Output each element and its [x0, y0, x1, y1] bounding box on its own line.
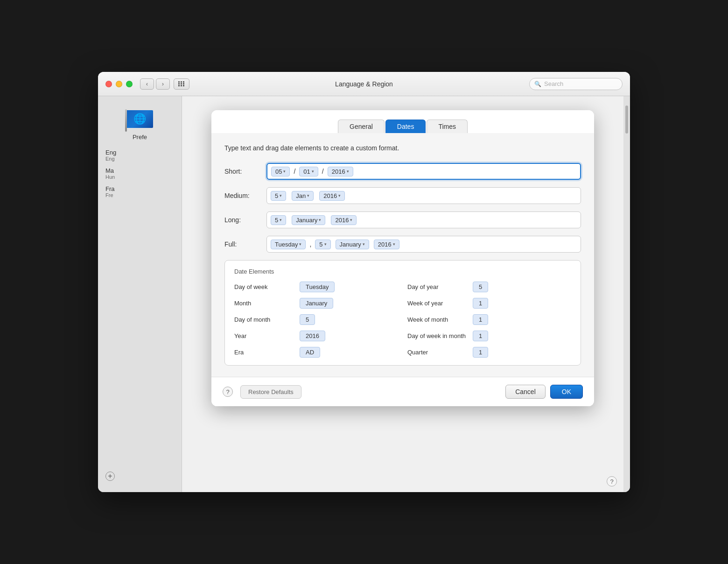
short-format-row: Short: 05 ▾ / 01 ▾ /: [224, 163, 581, 180]
chevron-down-icon: ▾: [307, 193, 309, 198]
ok-button[interactable]: OK: [550, 385, 583, 399]
long-format-field[interactable]: 5 ▾ January ▾ 2016 ▾: [266, 212, 581, 228]
sidebar-item-ma-title: Ma: [105, 167, 174, 174]
separator-2: /: [320, 168, 326, 175]
element-day-of-week-label: Day of week: [234, 283, 295, 290]
bottom-help-button[interactable]: ?: [607, 476, 617, 486]
medium-year-token[interactable]: 2016 ▾: [319, 191, 345, 201]
search-bar[interactable]: 🔍 Search: [529, 78, 623, 90]
minimize-button[interactable]: [116, 81, 122, 87]
short-month-token[interactable]: 01 ▾: [299, 167, 318, 176]
scrollbar[interactable]: [623, 96, 630, 492]
short-day-token[interactable]: 05 ▾: [271, 167, 290, 176]
full-format-row: Full: Tuesday ▾ , 5 ▾: [224, 236, 581, 253]
element-quarter: Quarter 1: [407, 347, 571, 358]
forward-button[interactable]: ›: [156, 78, 170, 90]
tab-general[interactable]: General: [338, 120, 385, 133]
short-label: Short:: [224, 168, 266, 175]
cancel-button[interactable]: Cancel: [505, 385, 546, 399]
sidebar-item-ma[interactable]: Ma Hun: [98, 164, 182, 183]
chevron-down-icon: ▾: [280, 218, 282, 222]
element-year: Year 2016: [234, 331, 398, 341]
restore-defaults-button[interactable]: Restore Defaults: [240, 385, 301, 399]
scrollbar-thumb[interactable]: [625, 106, 628, 134]
chevron-down-icon: ▾: [324, 242, 327, 247]
short-year-token[interactable]: 2016 ▾: [328, 167, 353, 176]
plus-icon: +: [105, 472, 115, 481]
tab-dates[interactable]: Dates: [385, 120, 426, 133]
tab-bar: General Dates Times: [211, 110, 594, 133]
help-button[interactable]: ?: [223, 387, 233, 397]
tab-times[interactable]: Times: [427, 120, 468, 133]
modal-footer: ? Restore Defaults Cancel OK: [211, 377, 594, 406]
chevron-down-icon: ▾: [338, 193, 341, 198]
medium-format-field[interactable]: 5 ▾ Jan ▾ 2016 ▾: [266, 187, 581, 204]
elements-grid: Day of week Tuesday Month January Day of…: [234, 282, 571, 358]
element-era-value[interactable]: AD: [300, 347, 320, 358]
mac-window: ‹ › Language & Region 🔍 Search 🌐: [98, 72, 630, 492]
element-day-of-week-value[interactable]: Tuesday: [300, 282, 335, 292]
element-month-value[interactable]: January: [300, 298, 333, 309]
element-week-of-month-label: Week of month: [407, 316, 468, 323]
instruction-text: Type text and drag date elements to crea…: [224, 144, 581, 152]
modal-body: Type text and drag date elements to crea…: [211, 133, 594, 377]
maximize-button[interactable]: [126, 81, 133, 87]
full-format-field[interactable]: Tuesday ▾ , 5 ▾ January ▾: [266, 236, 581, 253]
element-era-label: Era: [234, 349, 295, 356]
long-day-token[interactable]: 5 ▾: [271, 215, 286, 225]
element-day-of-week-in-month: Day of week in month 1: [407, 331, 571, 341]
sidebar-item-eng[interactable]: Eng Eng: [98, 146, 182, 164]
title-bar: ‹ › Language & Region 🔍 Search: [98, 72, 630, 96]
pref-label: Prefe: [133, 134, 147, 141]
chevron-down-icon: ▾: [299, 242, 301, 247]
element-week-of-month-value[interactable]: 1: [473, 314, 488, 325]
short-format-field[interactable]: 05 ▾ / 01 ▾ / 2016 ▾: [266, 163, 581, 180]
close-button[interactable]: [105, 81, 112, 87]
element-month: Month January: [234, 298, 398, 309]
date-elements-title: Date Elements: [234, 268, 571, 275]
full-year-token[interactable]: 2016 ▾: [374, 240, 399, 249]
long-month-token[interactable]: January ▾: [292, 215, 325, 225]
sidebar-item-fra-title: Fra: [105, 185, 174, 192]
element-day-of-month-value[interactable]: 5: [300, 314, 315, 325]
full-weekday-token[interactable]: Tuesday ▾: [271, 240, 306, 249]
chevron-down-icon: ▾: [280, 193, 282, 198]
window-body: 🌐 Prefe Eng Eng Ma Hun Fra Fre +: [98, 96, 630, 492]
sidebar-item-ma-sub: Hun: [105, 174, 174, 180]
element-day-of-year-value[interactable]: 5: [473, 282, 488, 292]
long-year-token[interactable]: 2016 ▾: [331, 215, 357, 225]
elements-right-col: Day of year 5 Week of year 1 Week of mon…: [407, 282, 571, 358]
search-icon: 🔍: [534, 81, 541, 87]
separator-1: /: [292, 168, 297, 175]
sidebar: 🌐 Prefe Eng Eng Ma Hun Fra Fre +: [98, 96, 182, 492]
long-label: Long:: [224, 216, 266, 224]
element-week-of-year-value[interactable]: 1: [473, 298, 488, 309]
element-quarter-value[interactable]: 1: [473, 347, 488, 358]
sidebar-item-fra[interactable]: Fra Fre: [98, 183, 182, 201]
back-button[interactable]: ‹: [140, 78, 154, 90]
full-month-token[interactable]: January ▾: [336, 240, 369, 249]
add-language-button[interactable]: +: [98, 468, 182, 485]
element-month-label: Month: [234, 300, 295, 307]
element-day-of-month-label: Day of month: [234, 316, 295, 323]
main-content: General Dates Times Type text and drag d…: [182, 96, 623, 492]
element-day-of-week-in-month-label: Day of week in month: [407, 332, 468, 339]
element-year-value[interactable]: 2016: [300, 331, 325, 341]
sidebar-item-eng-title: Eng: [105, 149, 174, 156]
window-title: Language & Region: [335, 80, 393, 88]
chevron-down-icon: ▾: [363, 242, 365, 247]
sidebar-icon-area: 🌐 Prefe: [98, 104, 182, 146]
search-placeholder: Search: [544, 80, 563, 87]
full-day-token[interactable]: 5 ▾: [315, 240, 330, 249]
element-day-of-month: Day of month 5: [234, 314, 398, 325]
grid-button[interactable]: [174, 78, 189, 90]
element-day-of-year: Day of year 5: [407, 282, 571, 292]
medium-day-token[interactable]: 5 ▾: [271, 191, 286, 201]
medium-month-token[interactable]: Jan ▾: [292, 191, 314, 201]
flag-pole: [125, 109, 127, 132]
un-flag-icon: 🌐: [125, 109, 155, 132]
long-format-row: Long: 5 ▾ January ▾ 2016: [224, 212, 581, 228]
element-day-of-week-in-month-value[interactable]: 1: [473, 331, 488, 341]
chevron-down-icon: ▾: [312, 169, 314, 174]
sidebar-item-fra-sub: Fre: [105, 192, 174, 198]
